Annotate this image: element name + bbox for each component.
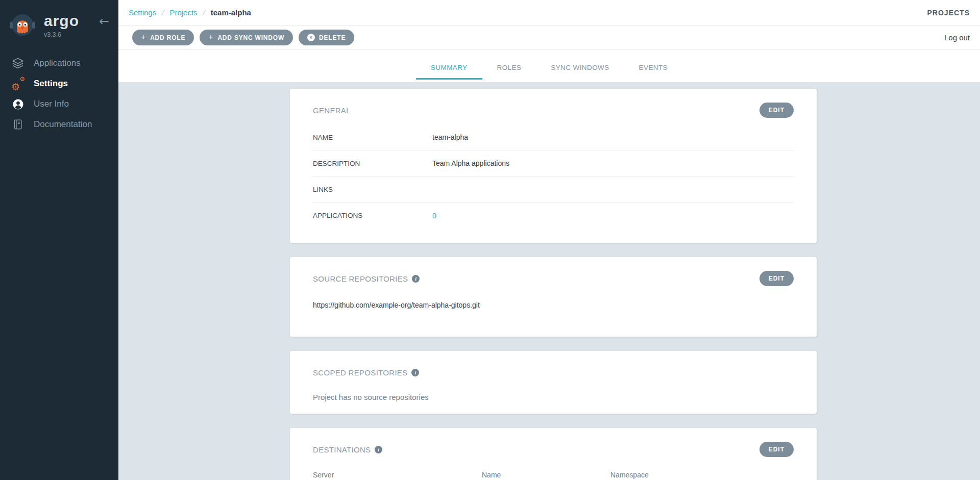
sidebar-item-label: User Info [34,99,69,109]
sidebar-item-label: Settings [34,79,68,89]
argo-octopus-logo-icon [8,11,37,42]
destinations-column-server: Server [313,471,482,479]
info-icon: i [375,446,382,453]
breadcrumb-projects-link[interactable]: Projects [169,8,197,17]
x-circle-icon: × [307,34,315,41]
breadcrumb-separator: / [162,8,164,17]
source-repositories-edit-button[interactable]: EDIT [760,271,794,286]
main-area: Settings / Projects / team-alpha PROJECT… [118,0,980,480]
scoped-repositories-card-title: SCOPED REPOSITORIES i [313,368,419,377]
info-icon: i [411,369,419,376]
applications-count-link[interactable]: 0 [432,212,436,220]
plus-icon: + [141,33,146,41]
source-repositories-card: SOURCE REPOSITORIES i EDIT https://githu… [290,257,817,337]
scoped-repositories-card-header: SCOPED REPOSITORIES i [313,351,794,382]
book-icon [11,119,24,130]
general-fields: NAME team-alpha DESCRIPTION Team Alpha a… [313,124,794,243]
page-content: GENERAL EDIT NAME team-alpha DESCRIPTION… [118,82,980,480]
user-icon [11,98,24,110]
destinations-card: DESTINATIONS i EDIT Server Name Namespac… [290,428,817,480]
general-edit-button[interactable]: EDIT [760,103,794,118]
tab-events[interactable]: EVENTS [624,64,682,80]
sidebar-item-settings[interactable]: ⚙ ⚙ Settings [0,73,118,94]
logo-block: argo v3.3.6 ← [0,0,118,42]
gear-icon: ⚙ ⚙ [11,77,24,90]
sidebar-item-label: Documentation [34,119,92,130]
sidebar-collapse-arrow-icon[interactable]: ← [99,15,109,28]
field-value: Team Alpha applications [432,159,509,167]
sidebar-item-applications[interactable]: Applications [0,53,118,73]
sidebar-nav: Applications ⚙ ⚙ Settings User Info [0,53,118,135]
sidebar-item-label: Applications [34,58,81,68]
layers-icon [11,57,24,69]
logo-text: argo v3.3.6 [44,11,79,38]
field-row-name: NAME team-alpha [313,124,794,150]
breadcrumb-current-project: team-alpha [211,8,251,17]
sidebar-item-documentation[interactable]: Documentation [0,114,118,135]
field-value: team-alpha [432,133,468,141]
field-label: NAME [313,134,432,141]
argo-wordmark: argo [44,13,79,29]
field-row-description: DESCRIPTION Team Alpha applications [313,150,794,176]
tab-roles[interactable]: ROLES [482,64,536,80]
add-sync-window-label: ADD SYNC WINDOW [217,34,284,41]
sidebar: argo v3.3.6 ← Applications ⚙ ⚙ Set [0,0,118,480]
destinations-column-namespace: Namespace [610,471,794,479]
sidebar-item-user-info[interactable]: User Info [0,94,118,114]
top-bar: Settings / Projects / team-alpha PROJECT… [118,0,980,26]
field-label: DESCRIPTION [313,160,432,167]
tab-sync-windows[interactable]: SYNC WINDOWS [536,64,624,80]
general-card-title: GENERAL [313,106,351,115]
field-row-links: LINKS [313,176,794,203]
delete-button[interactable]: × DELETE [299,30,354,45]
field-row-applications: APPLICATIONS 0 [313,203,794,229]
field-label: APPLICATIONS [313,212,432,219]
source-repositories-title-text: SOURCE REPOSITORIES [313,274,408,283]
logout-link[interactable]: Log out [944,33,970,42]
plus-icon: + [208,33,213,41]
scoped-repositories-empty-text: Project has no source repositories [313,393,794,414]
tab-summary[interactable]: SUMMARY [416,64,482,80]
page-title: PROJECTS [927,9,970,17]
info-icon: i [412,275,420,283]
destinations-table-header: Server Name Namespace [313,471,794,479]
source-repository-url: https://github.com/example-org/team-alph… [313,301,794,337]
general-card: GENERAL EDIT NAME team-alpha DESCRIPTION… [290,89,817,243]
add-role-button[interactable]: + ADD ROLE [132,30,194,45]
toolbar-buttons: + ADD ROLE + ADD SYNC WINDOW × DELETE [132,30,354,45]
breadcrumb: Settings / Projects / team-alpha [129,8,251,17]
app-version: v3.3.6 [44,31,79,38]
delete-label: DELETE [319,34,346,41]
add-role-label: ADD ROLE [150,34,185,41]
scoped-repositories-title-text: SCOPED REPOSITORIES [313,368,407,377]
breadcrumb-separator: / [203,8,205,17]
source-repositories-card-title: SOURCE REPOSITORIES i [313,274,420,283]
destinations-card-title: DESTINATIONS i [313,445,382,454]
tab-bar: SUMMARY ROLES SYNC WINDOWS EVENTS [118,50,980,82]
destinations-column-name: Name [482,471,610,479]
destinations-edit-button[interactable]: EDIT [760,442,794,457]
breadcrumb-settings-link[interactable]: Settings [129,8,156,17]
general-card-header: GENERAL EDIT [313,89,794,119]
destinations-card-header: DESTINATIONS i EDIT [313,428,794,459]
scoped-repositories-card: SCOPED REPOSITORIES i Project has no sou… [290,351,817,414]
destinations-title-text: DESTINATIONS [313,445,371,454]
field-label: LINKS [313,186,432,193]
add-sync-window-button[interactable]: + ADD SYNC WINDOW [200,30,293,45]
source-repositories-card-header: SOURCE REPOSITORIES i EDIT [313,257,794,288]
toolbar: + ADD ROLE + ADD SYNC WINDOW × DELETE Lo… [118,26,980,50]
